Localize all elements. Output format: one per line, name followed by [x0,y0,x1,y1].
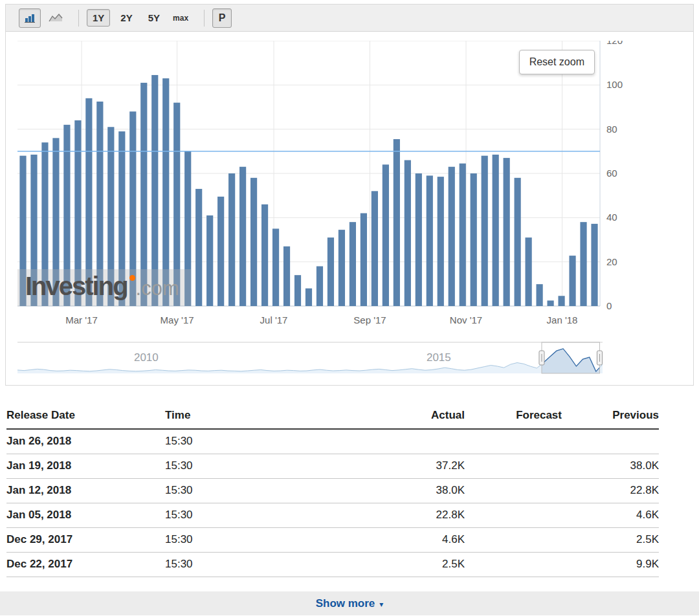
bar[interactable] [30,155,37,306]
bar[interactable] [482,156,488,306]
bar[interactable] [493,155,499,306]
forecast-cell [465,479,562,503]
bar[interactable] [107,127,114,306]
previous-cell: 38.0K [562,454,659,479]
bar[interactable] [372,191,378,306]
show-more-button[interactable]: Show more ▾ [0,591,699,615]
y-axis-label: 80 [606,124,617,135]
range-navigator[interactable]: 20102015 [17,338,603,380]
navigator-handle[interactable] [597,351,602,365]
bar[interactable] [239,167,246,306]
bar[interactable] [537,284,543,306]
bar[interactable] [383,164,389,306]
bar[interactable] [405,160,411,307]
show-more-label: Show more [316,597,375,610]
previous-cell [562,429,659,454]
time-cell: 15:30 [165,528,303,553]
bar[interactable] [438,177,444,306]
bar[interactable] [305,289,312,306]
column-chart-type-button[interactable] [19,8,41,28]
bar[interactable] [547,300,553,306]
bar[interactable] [316,267,323,307]
bar[interactable] [526,237,532,306]
bar[interactable] [217,197,224,306]
bar[interactable] [162,78,169,306]
time-cell: 15:30 [165,553,303,577]
bar[interactable] [19,156,26,306]
release-date-cell: Jan 05, 2018 [6,503,165,528]
y-axis-label: 60 [606,168,617,179]
table-row: Dec 29, 201715:304.6K2.5K [6,528,659,553]
bar[interactable] [427,175,433,306]
x-axis-label: Nov '17 [450,314,482,325]
bar[interactable] [361,214,367,307]
bar[interactable] [504,158,510,306]
bar[interactable] [52,138,59,306]
table-row: Jan 26, 201815:30 [6,429,659,454]
bar[interactable] [350,222,356,306]
price-chart[interactable]: 020406080100120Mar '17May '17Jul '17Sep … [17,41,638,331]
p-button[interactable]: P [212,8,232,28]
page: 1Y 2Y 5Y max P 020406080100120Mar '17May… [0,4,699,616]
bar[interactable] [515,178,521,306]
toolbar-separator [78,10,79,27]
forecast-cell [465,528,562,553]
time-cell: 15:30 [165,479,303,503]
bar[interactable] [63,125,70,306]
release-date-cell: Dec 22, 2017 [6,553,165,577]
toolbar-separator [204,10,205,27]
bar[interactable] [294,275,301,306]
range-5y-button[interactable]: 5Y [143,10,165,26]
actual-cell: 38.0K [303,479,465,503]
bar[interactable] [580,222,586,306]
bar[interactable] [85,98,92,306]
bar[interactable] [129,111,136,306]
header-time: Time [165,405,303,429]
bar[interactable] [74,120,81,306]
time-cell: 15:30 [165,429,303,454]
range-1y-button[interactable]: 1Y [87,9,110,27]
range-max-button[interactable]: max [170,11,191,25]
table-row: Jan 05, 201815:3022.8K4.6K [6,503,659,528]
table-row: Dec 22, 201715:302.5K9.9K [6,553,659,577]
bar[interactable] [558,296,564,306]
bar[interactable] [416,173,422,306]
bar[interactable] [228,173,235,306]
bar[interactable] [460,164,466,306]
bar[interactable] [591,224,597,306]
time-cell: 15:30 [165,503,303,528]
bar[interactable] [96,102,103,306]
bar[interactable] [118,131,125,306]
bar[interactable] [327,237,334,306]
bar[interactable] [173,103,180,306]
y-axis-label: 20 [606,256,617,267]
bar[interactable] [41,142,48,306]
y-axis-label: 120 [606,41,623,46]
bar[interactable] [283,247,290,306]
bar[interactable] [140,83,147,306]
table-row: Jan 19, 201815:3037.2K38.0K [6,454,659,479]
bar[interactable] [394,139,400,306]
bar[interactable] [250,178,257,306]
bar[interactable] [272,228,279,306]
bar[interactable] [338,230,345,306]
x-axis-label: May '17 [161,314,194,325]
releases-table-section: Release Date Time Actual Forecast Previo… [6,405,699,577]
bar[interactable] [206,215,213,306]
header-previous: Previous [562,405,659,429]
bar[interactable] [195,189,202,306]
bar[interactable] [449,167,455,306]
reset-zoom-button[interactable]: Reset zoom [519,50,595,74]
bar[interactable] [569,256,575,306]
range-2y-button[interactable]: 2Y [115,10,137,26]
forecast-cell [465,454,562,479]
bar[interactable] [151,75,158,306]
navigator-chart[interactable] [17,338,603,377]
chart-area[interactable]: 020406080100120Mar '17May '17Jul '17Sep … [6,32,693,336]
navigator-handle[interactable] [539,351,544,365]
bar[interactable] [184,151,191,306]
area-chart-type-button[interactable] [45,8,67,28]
bar[interactable] [261,204,268,306]
bar[interactable] [471,173,477,306]
x-axis-label: Sep '17 [353,314,386,325]
